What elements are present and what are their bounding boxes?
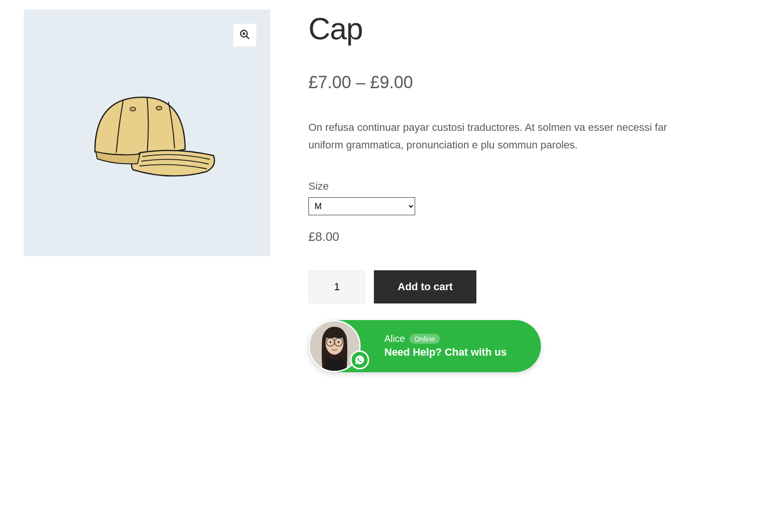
chat-widget[interactable]: Alice Online Need Help? Chat with us (308, 320, 541, 372)
chat-agent-name: Alice (384, 333, 405, 344)
product-description: On refusa continuar payar custosi traduc… (308, 119, 688, 154)
product-image-container (24, 9, 270, 256)
product-title: Cap (308, 11, 688, 46)
price-range: £7.00 – £9.00 (308, 73, 688, 92)
magnify-plus-icon (239, 29, 251, 42)
size-label: Size (308, 180, 688, 193)
add-to-cart-button[interactable]: Add to cart (374, 270, 476, 303)
chat-prompt-text: Need Help? Chat with us (384, 346, 507, 358)
svg-line-3 (247, 36, 250, 39)
quantity-input[interactable] (308, 270, 365, 303)
online-status-badge: Online (409, 334, 439, 344)
svg-point-0 (130, 107, 136, 111)
svg-point-1 (156, 106, 162, 110)
whatsapp-icon (350, 350, 369, 369)
size-select[interactable]: M (308, 197, 415, 215)
svg-point-12 (338, 341, 340, 343)
zoom-button[interactable] (233, 24, 256, 46)
product-image[interactable] (24, 9, 270, 256)
variant-price: £8.00 (308, 229, 688, 244)
svg-point-11 (330, 341, 332, 343)
